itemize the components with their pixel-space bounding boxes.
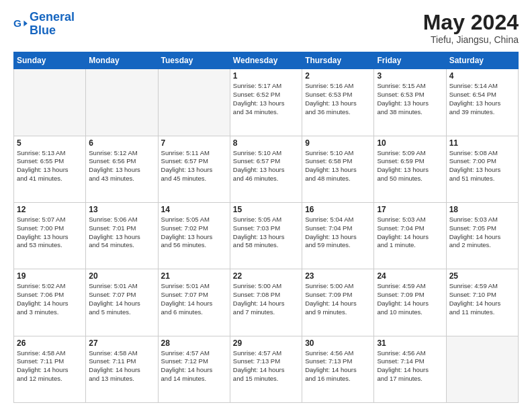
calendar-cell: 29Sunrise: 4:57 AM Sunset: 7:13 PM Dayli… — [230, 336, 302, 402]
day-number: 31 — [377, 338, 443, 348]
svg-text:G: G — [13, 17, 21, 29]
day-number: 28 — [161, 338, 227, 348]
day-info: Sunrise: 4:57 AM Sunset: 7:13 PM Dayligh… — [233, 349, 299, 383]
calendar-cell: 19Sunrise: 5:02 AM Sunset: 7:06 PM Dayli… — [14, 269, 86, 336]
subtitle: Tiefu, Jiangsu, China — [423, 34, 519, 45]
day-info: Sunrise: 5:00 AM Sunset: 7:09 PM Dayligh… — [305, 282, 371, 316]
header: G General Blue May 2024 Tiefu, Jiangsu, … — [13, 11, 519, 45]
calendar-cell: 15Sunrise: 5:05 AM Sunset: 7:03 PM Dayli… — [230, 202, 302, 269]
day-info: Sunrise: 5:00 AM Sunset: 7:08 PM Dayligh… — [233, 282, 299, 316]
calendar-cell: 31Sunrise: 4:56 AM Sunset: 7:14 PM Dayli… — [374, 336, 446, 402]
calendar-cell — [158, 69, 230, 136]
day-number: 9 — [305, 138, 371, 148]
day-info: Sunrise: 5:15 AM Sunset: 6:53 PM Dayligh… — [377, 82, 443, 116]
day-info: Sunrise: 4:59 AM Sunset: 7:10 PM Dayligh… — [449, 282, 515, 316]
day-number: 26 — [17, 338, 83, 348]
day-number: 24 — [377, 271, 443, 281]
calendar-cell — [446, 336, 518, 402]
calendar-cell: 22Sunrise: 5:00 AM Sunset: 7:08 PM Dayli… — [230, 269, 302, 336]
day-number: 22 — [233, 271, 299, 281]
day-info: Sunrise: 4:59 AM Sunset: 7:09 PM Dayligh… — [377, 282, 443, 316]
weekday-header: Sunday — [14, 52, 86, 69]
day-number: 18 — [449, 205, 515, 214]
day-info: Sunrise: 4:56 AM Sunset: 7:13 PM Dayligh… — [305, 349, 371, 383]
day-number: 3 — [377, 71, 443, 81]
day-info: Sunrise: 5:05 AM Sunset: 7:02 PM Dayligh… — [161, 216, 227, 250]
weekday-header: Thursday — [302, 52, 374, 69]
day-number: 7 — [161, 138, 227, 148]
weekday-header: Tuesday — [158, 52, 230, 69]
calendar-cell: 24Sunrise: 4:59 AM Sunset: 7:09 PM Dayli… — [374, 269, 446, 336]
calendar-cell: 7Sunrise: 5:11 AM Sunset: 6:57 PM Daylig… — [158, 136, 230, 202]
calendar-cell: 18Sunrise: 5:03 AM Sunset: 7:05 PM Dayli… — [446, 202, 518, 269]
calendar-cell: 10Sunrise: 5:09 AM Sunset: 6:59 PM Dayli… — [374, 136, 446, 202]
day-number: 30 — [305, 338, 371, 348]
calendar-cell: 14Sunrise: 5:05 AM Sunset: 7:02 PM Dayli… — [158, 202, 230, 269]
calendar-cell: 12Sunrise: 5:07 AM Sunset: 7:00 PM Dayli… — [14, 202, 86, 269]
weekday-header: Wednesday — [230, 52, 302, 69]
calendar-cell: 25Sunrise: 4:59 AM Sunset: 7:10 PM Dayli… — [446, 269, 518, 336]
day-number: 5 — [17, 138, 83, 148]
page: G General Blue May 2024 Tiefu, Jiangsu, … — [0, 0, 532, 411]
day-info: Sunrise: 4:57 AM Sunset: 7:12 PM Dayligh… — [161, 349, 227, 383]
logo-icon: G — [13, 17, 28, 32]
calendar-week-row: 5Sunrise: 5:13 AM Sunset: 6:55 PM Daylig… — [14, 136, 519, 202]
day-info: Sunrise: 5:10 AM Sunset: 6:58 PM Dayligh… — [305, 149, 371, 183]
weekday-header: Saturday — [446, 52, 518, 69]
day-number: 16 — [305, 205, 371, 214]
calendar-cell: 13Sunrise: 5:06 AM Sunset: 7:01 PM Dayli… — [86, 202, 158, 269]
calendar-cell: 26Sunrise: 4:58 AM Sunset: 7:11 PM Dayli… — [14, 336, 86, 402]
day-number: 14 — [161, 205, 227, 214]
calendar-cell: 16Sunrise: 5:04 AM Sunset: 7:04 PM Dayli… — [302, 202, 374, 269]
calendar-week-row: 26Sunrise: 4:58 AM Sunset: 7:11 PM Dayli… — [14, 336, 519, 402]
calendar-cell: 3Sunrise: 5:15 AM Sunset: 6:53 PM Daylig… — [374, 69, 446, 136]
calendar-cell: 11Sunrise: 5:08 AM Sunset: 7:00 PM Dayli… — [446, 136, 518, 202]
calendar-cell: 9Sunrise: 5:10 AM Sunset: 6:58 PM Daylig… — [302, 136, 374, 202]
day-info: Sunrise: 5:17 AM Sunset: 6:52 PM Dayligh… — [233, 82, 299, 116]
calendar-cell: 21Sunrise: 5:01 AM Sunset: 7:07 PM Dayli… — [158, 269, 230, 336]
day-info: Sunrise: 5:10 AM Sunset: 6:57 PM Dayligh… — [233, 149, 299, 183]
day-info: Sunrise: 5:12 AM Sunset: 6:56 PM Dayligh… — [89, 149, 154, 183]
day-info: Sunrise: 5:08 AM Sunset: 7:00 PM Dayligh… — [449, 149, 515, 183]
main-title: May 2024 — [423, 11, 519, 34]
calendar-cell: 8Sunrise: 5:10 AM Sunset: 6:57 PM Daylig… — [230, 136, 302, 202]
day-info: Sunrise: 5:13 AM Sunset: 6:55 PM Dayligh… — [17, 149, 83, 183]
logo-text: General Blue — [30, 11, 75, 38]
calendar-cell: 5Sunrise: 5:13 AM Sunset: 6:55 PM Daylig… — [14, 136, 86, 202]
day-number: 11 — [449, 138, 515, 148]
svg-marker-1 — [24, 20, 28, 26]
logo-general: General — [30, 10, 75, 24]
calendar-cell: 4Sunrise: 5:14 AM Sunset: 6:54 PM Daylig… — [446, 69, 518, 136]
day-info: Sunrise: 4:58 AM Sunset: 7:11 PM Dayligh… — [17, 349, 83, 383]
day-number: 19 — [17, 271, 83, 281]
day-number: 12 — [17, 205, 83, 214]
day-number: 10 — [377, 138, 443, 148]
calendar-cell — [86, 69, 158, 136]
calendar-week-row: 1Sunrise: 5:17 AM Sunset: 6:52 PM Daylig… — [14, 69, 519, 136]
day-info: Sunrise: 5:05 AM Sunset: 7:03 PM Dayligh… — [233, 216, 299, 250]
calendar-table: SundayMondayTuesdayWednesdayThursdayFrid… — [13, 52, 519, 403]
day-info: Sunrise: 5:06 AM Sunset: 7:01 PM Dayligh… — [89, 216, 154, 250]
calendar-week-row: 12Sunrise: 5:07 AM Sunset: 7:00 PM Dayli… — [14, 202, 519, 269]
day-number: 17 — [377, 205, 443, 214]
day-number: 25 — [449, 271, 515, 281]
calendar-cell: 30Sunrise: 4:56 AM Sunset: 7:13 PM Dayli… — [302, 336, 374, 402]
day-number: 13 — [89, 205, 154, 214]
day-number: 23 — [305, 271, 371, 281]
day-info: Sunrise: 5:11 AM Sunset: 6:57 PM Dayligh… — [161, 149, 227, 183]
day-number: 21 — [161, 271, 227, 281]
day-info: Sunrise: 4:56 AM Sunset: 7:14 PM Dayligh… — [377, 349, 443, 383]
day-number: 8 — [233, 138, 299, 148]
calendar-cell: 23Sunrise: 5:00 AM Sunset: 7:09 PM Dayli… — [302, 269, 374, 336]
calendar-cell: 6Sunrise: 5:12 AM Sunset: 6:56 PM Daylig… — [86, 136, 158, 202]
calendar-cell: 27Sunrise: 4:58 AM Sunset: 7:11 PM Dayli… — [86, 336, 158, 402]
day-info: Sunrise: 5:01 AM Sunset: 7:07 PM Dayligh… — [89, 282, 154, 316]
day-number: 1 — [233, 71, 299, 81]
calendar-cell — [14, 69, 86, 136]
calendar-header-row: SundayMondayTuesdayWednesdayThursdayFrid… — [14, 52, 519, 69]
calendar-week-row: 19Sunrise: 5:02 AM Sunset: 7:06 PM Dayli… — [14, 269, 519, 336]
day-number: 29 — [233, 338, 299, 348]
day-number: 27 — [89, 338, 154, 348]
day-number: 4 — [449, 71, 515, 81]
calendar-cell: 28Sunrise: 4:57 AM Sunset: 7:12 PM Dayli… — [158, 336, 230, 402]
